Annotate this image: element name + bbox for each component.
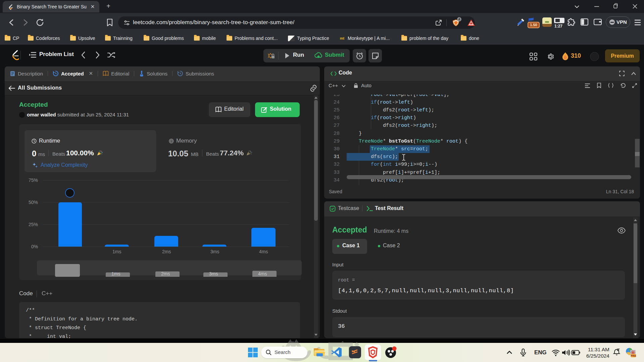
svg-text:PRE: PRE	[631, 354, 636, 357]
